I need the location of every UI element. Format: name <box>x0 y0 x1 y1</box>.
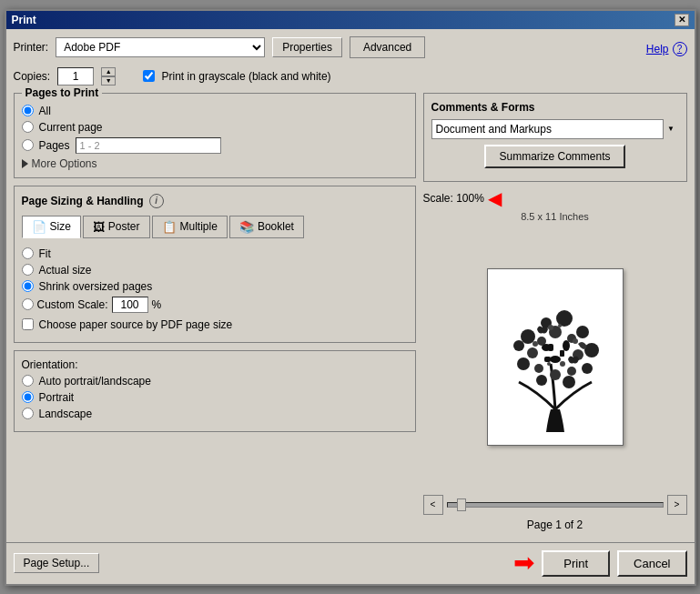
cancel-button[interactable]: Cancel <box>617 550 686 577</box>
preview-area <box>423 226 687 489</box>
svg-point-25 <box>542 344 551 351</box>
tab-poster[interactable]: 🖼 Poster <box>83 216 150 238</box>
grayscale-label: Print in grayscale (black and white) <box>162 70 331 83</box>
all-label: All <box>39 105 51 117</box>
svg-point-8 <box>563 376 575 388</box>
printer-label: Printer: <box>14 41 49 54</box>
current-page-label: Current page <box>39 121 103 134</box>
actual-size-radio[interactable] <box>22 264 34 276</box>
tab-size-label: Size <box>50 220 71 233</box>
tab-multiple-label: Multiple <box>180 220 218 233</box>
next-page-button[interactable]: > <box>667 495 687 515</box>
copies-input[interactable] <box>57 67 94 86</box>
svg-point-23 <box>550 356 561 363</box>
help-link[interactable]: Help ? <box>646 42 687 56</box>
svg-point-26 <box>548 325 553 330</box>
title-bar: Print ✕ <box>6 11 695 29</box>
pages-label: Pages <box>39 139 70 152</box>
fit-radio[interactable] <box>22 247 34 259</box>
bottom-bar: Page Setup... ➡ Print Cancel <box>6 542 695 584</box>
svg-point-2 <box>521 329 535 344</box>
help-label: Help <box>646 43 669 55</box>
svg-rect-21 <box>560 350 564 357</box>
properties-button[interactable]: Properties <box>272 37 342 57</box>
pages-range-input[interactable] <box>76 137 221 154</box>
copies-spinner: ▲ ▼ <box>101 67 116 86</box>
svg-point-5 <box>576 326 589 338</box>
svg-point-27 <box>558 324 562 327</box>
comments-dropdown-wrapper: Document and Markups Document Document a… <box>431 119 679 139</box>
pages-to-print-group: Pages to Print All Current page Pages <box>14 93 416 178</box>
svg-point-28 <box>573 338 578 344</box>
more-options-label: More Options <box>32 157 97 170</box>
scale-arrow-icon: ◀ <box>488 189 502 207</box>
tab-poster-label: Poster <box>108 220 140 233</box>
pages-radio[interactable] <box>22 139 34 151</box>
pdf-source-checkbox[interactable] <box>22 318 34 330</box>
portrait-radio[interactable] <box>22 391 34 403</box>
preview-svg <box>492 273 619 441</box>
svg-point-7 <box>582 363 593 374</box>
orientation-group: Orientation: Auto portrait/landscape Por… <box>14 350 416 432</box>
page-sizing-title: Page Sizing & Handling <box>22 195 144 207</box>
slider-row: < > <box>423 495 687 515</box>
custom-scale-unit: % <box>152 298 162 311</box>
tab-multiple[interactable]: 📋 Multiple <box>152 216 228 238</box>
auto-orientation-radio[interactable] <box>22 375 34 387</box>
shrink-label: Shrink oversized pages <box>39 280 153 293</box>
prev-page-button[interactable]: < <box>423 495 443 515</box>
slider-track[interactable] <box>447 502 664 508</box>
landscape-label: Landscape <box>39 408 93 420</box>
scale-label: Scale: 100% <box>423 192 484 205</box>
custom-scale-label: Custom Scale: <box>37 298 108 311</box>
svg-point-9 <box>536 375 547 386</box>
print-arrow-icon: ➡ <box>513 550 534 576</box>
tab-booklet[interactable]: 📚 Booklet <box>229 216 304 238</box>
page-sizing-group: Page Sizing & Handling i 📄 Size 🖼 Poster <box>14 186 416 343</box>
slider-thumb[interactable] <box>457 498 466 511</box>
grayscale-checkbox[interactable] <box>143 70 155 82</box>
svg-point-6 <box>584 343 599 357</box>
current-page-radio[interactable] <box>22 121 34 133</box>
copies-up[interactable]: ▲ <box>101 67 116 76</box>
svg-point-18 <box>534 364 543 373</box>
pages-to-print-title: Pages to Print <box>22 86 103 99</box>
print-button[interactable]: Print <box>542 550 610 577</box>
copies-down[interactable]: ▼ <box>101 76 116 86</box>
sizing-tabs: 📄 Size 🖼 Poster 📋 Multiple 📚 <box>22 216 408 238</box>
svg-rect-22 <box>544 357 551 362</box>
svg-point-17 <box>550 369 561 380</box>
comments-select[interactable]: Document and Markups Document Document a… <box>431 119 679 139</box>
svg-point-10 <box>517 357 530 370</box>
copies-label: Copies: <box>14 70 51 83</box>
printer-select[interactable]: Adobe PDF <box>56 37 265 57</box>
all-radio[interactable] <box>22 105 34 116</box>
help-icon: ? <box>673 42 687 56</box>
custom-scale-input[interactable] <box>112 297 148 313</box>
paper-size-label: 8.5 x 11 Inches <box>423 211 687 222</box>
summarize-comments-button[interactable]: Summarize Comments <box>484 145 624 168</box>
page-indicator: Page 1 of 2 <box>423 518 687 531</box>
print-dialog: Print ✕ Printer: Adobe PDF Properties Ad… <box>5 9 696 586</box>
more-options-arrow <box>22 159 28 168</box>
pdf-source-label: Choose paper source by PDF page size <box>39 318 233 331</box>
svg-point-11 <box>513 340 524 351</box>
comments-forms-group: Comments & Forms Document and Markups Do… <box>423 93 687 182</box>
dialog-title: Print <box>12 14 36 26</box>
page-preview <box>487 268 624 446</box>
tab-size[interactable]: 📄 Size <box>22 216 81 238</box>
svg-point-16 <box>567 367 576 376</box>
comments-forms-title: Comments & Forms <box>431 101 679 114</box>
fit-label: Fit <box>39 247 51 260</box>
page-sizing-info-icon[interactable]: i <box>149 194 164 208</box>
svg-point-29 <box>533 341 538 347</box>
custom-scale-radio[interactable] <box>22 298 34 310</box>
more-options-row[interactable]: More Options <box>22 157 408 170</box>
landscape-radio[interactable] <box>22 408 34 419</box>
tab-booklet-label: Booklet <box>258 220 294 233</box>
page-setup-button[interactable]: Page Setup... <box>14 553 100 573</box>
advanced-button[interactable]: Advanced <box>350 36 425 58</box>
actual-size-label: Actual size <box>39 264 92 277</box>
close-button[interactable]: ✕ <box>675 14 689 26</box>
shrink-radio[interactable] <box>22 280 34 292</box>
